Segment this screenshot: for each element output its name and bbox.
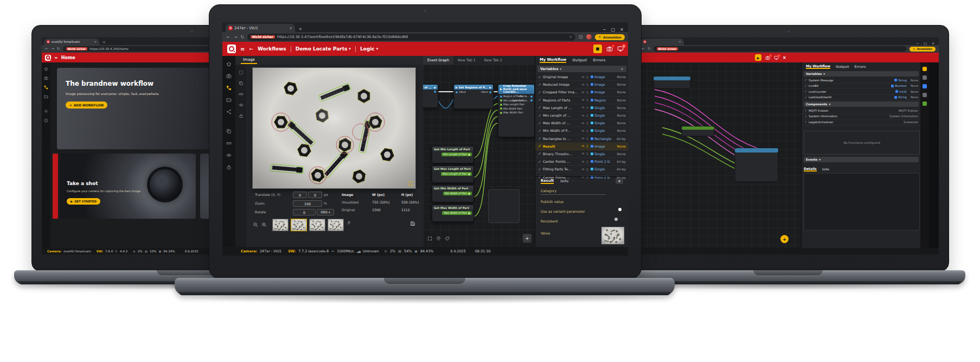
workflow-nodes-icon[interactable] <box>44 85 48 90</box>
variable-row[interactable]: Fitting Parts Te... Single Array <box>535 166 628 173</box>
variable-row-result[interactable]: Result Image None <box>535 143 628 150</box>
node-get-max-width[interactable]: Get Max Width of Part Max Width of Part <box>432 205 474 222</box>
tab-errors[interactable]: Errors <box>854 65 866 68</box>
tab-info[interactable]: Info <box>560 179 568 183</box>
variable-row[interactable]: Min Width of P... Single None <box>535 127 628 135</box>
back-arrow-icon[interactable]: ← <box>249 46 253 52</box>
reload-icon[interactable]: ↻ <box>648 47 651 51</box>
upload-icon[interactable] <box>586 129 589 132</box>
tab-errors[interactable]: Errors <box>593 58 605 62</box>
upload-icon[interactable] <box>586 122 589 125</box>
workflow-nodes-icon[interactable] <box>226 85 232 91</box>
share-icon[interactable] <box>226 109 232 115</box>
upload-icon[interactable] <box>586 91 589 94</box>
tab-image[interactable]: Image <box>241 56 257 64</box>
profile-avatar[interactable] <box>586 34 592 40</box>
eye-icon[interactable] <box>581 122 585 125</box>
get-started-button[interactable]: ▶ GET STARTED <box>67 198 100 205</box>
window-maximize-icon[interactable]: □ <box>611 27 616 32</box>
add-category-button[interactable]: + <box>616 178 623 184</box>
zoom-input[interactable]: 100 <box>293 200 322 207</box>
camera-image-view[interactable] <box>253 68 415 188</box>
variable-row[interactable]: LastUsedUserId String None <box>802 95 921 101</box>
eye-icon[interactable] <box>581 106 585 109</box>
eye-icon[interactable] <box>581 91 585 94</box>
save-icon[interactable] <box>410 221 415 226</box>
tab-my-workflow[interactable]: My Workflow <box>540 58 566 63</box>
new-tab-button[interactable]: + <box>298 26 303 31</box>
node-crop-parts[interactable]: ▶Crop Potential Parts and save Coordin..… <box>498 84 535 137</box>
security-badge[interactable]: Nicht sicher <box>251 35 275 39</box>
forward-icon[interactable]: → <box>51 47 54 51</box>
variable-row[interactable]: Center Points ... Point 2 D Array <box>535 158 628 166</box>
node-partial[interactable]: ...ns of Parts▶ <box>423 84 438 108</box>
upload-icon[interactable] <box>586 98 589 101</box>
pin-icon[interactable] <box>436 236 441 241</box>
camera-header-icon[interactable] <box>765 55 770 60</box>
variable-row[interactable]: LiveCounter Int32 None <box>802 89 921 95</box>
scroll-gutter[interactable] <box>929 62 939 248</box>
variable-row[interactable]: Regions of Parts Region None <box>535 97 628 104</box>
translate-y-input[interactable]: 0 <box>308 192 322 198</box>
eye-icon[interactable] <box>226 153 232 158</box>
image-thumbnail[interactable] <box>309 219 325 231</box>
add-workflow-button[interactable]: + ADD WORKFLOW <box>66 101 107 109</box>
variable-row[interactable]: Cropped Filter Ima... Image None <box>535 88 628 96</box>
tab-close-icon[interactable]: × <box>289 26 292 30</box>
monitor-header-icon[interactable]: 1 <box>617 46 624 52</box>
browser-tab[interactable]: 247er - VIU1 × <box>226 24 295 32</box>
upload-icon[interactable] <box>586 168 589 171</box>
back-icon[interactable]: ← <box>45 47 48 51</box>
reload-icon[interactable]: ↻ <box>57 47 60 51</box>
components-header[interactable]: Components ▾ <box>804 101 919 107</box>
ruler-icon[interactable] <box>239 92 244 97</box>
stop-live-button[interactable]: ■ <box>593 45 602 53</box>
variable-row[interactable]: Original Image Image None <box>535 73 628 81</box>
eye-icon[interactable] <box>581 129 585 132</box>
forward-icon[interactable]: → <box>234 35 238 40</box>
browser-tab[interactable]: evoVIU Smartcam × <box>44 39 99 45</box>
tab-close-icon[interactable]: × <box>678 40 681 43</box>
eye-icon[interactable] <box>581 144 585 148</box>
component-row[interactable]: LegatoScheduler Scheduler <box>802 119 921 125</box>
eye-icon[interactable] <box>581 83 585 86</box>
variable-row[interactable]: Binary Thresho... Single None <box>535 150 628 158</box>
tab-output[interactable]: Output <box>572 58 587 62</box>
zoom-in-icon[interactable] <box>261 222 267 227</box>
extensions-icon[interactable] <box>579 35 583 39</box>
variable-row[interactable]: Rectangles to ... Rectangle Array <box>535 135 628 143</box>
node-get-min-length[interactable]: Get Min Length of Part Min Length of Par… <box>432 146 474 163</box>
graph-note-box[interactable] <box>488 189 520 223</box>
menu-project[interactable]: Demo Locate Parts <box>296 46 348 52</box>
component-row[interactable]: MQTT Publish MQTT Publish <box>802 108 921 114</box>
variable-row[interactable]: Min Length of ... Single None <box>535 112 628 119</box>
tab-event-graph[interactable]: Event Graph <box>423 56 453 65</box>
window-close-icon[interactable]: × <box>932 41 934 45</box>
variable-row[interactable]: Max Length of ... Single None <box>535 104 628 112</box>
signin-pill[interactable]: Anmelden <box>909 47 936 52</box>
variables-header[interactable]: Variables ▾ <box>804 71 919 77</box>
flag-icon[interactable] <box>347 221 351 225</box>
close-workflow-icon[interactable]: × <box>783 55 786 60</box>
tab-output[interactable]: Output <box>836 65 849 68</box>
folder-icon[interactable] <box>44 94 48 99</box>
reload-icon[interactable]: ↻ <box>240 35 244 40</box>
logic-graph-canvas[interactable]: + <box>638 62 801 248</box>
select-region-icon[interactable] <box>239 70 244 75</box>
home-icon[interactable] <box>44 67 48 71</box>
upload-icon[interactable] <box>586 160 589 163</box>
graph-canvas[interactable]: ...ns of Parts▶ ▶Set Regions of Parts▶ V… <box>423 65 535 247</box>
eye-icon[interactable] <box>581 98 585 101</box>
eye-icon[interactable] <box>581 114 585 117</box>
events-header[interactable]: Events ▾ <box>804 157 919 162</box>
upload-icon[interactable] <box>586 152 589 155</box>
focus-target-icon[interactable] <box>408 181 413 186</box>
image-thumbnail-selected[interactable] <box>291 219 307 231</box>
zoom-out-icon[interactable] <box>253 222 258 227</box>
tab-new-1[interactable]: New Tab 1 <box>453 58 480 62</box>
rotate-input[interactable]: 0 <box>293 209 316 215</box>
home-icon[interactable] <box>226 61 232 67</box>
image-thumbnail[interactable] <box>272 219 289 231</box>
url-field[interactable]: Nicht sicher https://10.30.3.47/workflow… <box>247 34 575 41</box>
tool-yellow-icon[interactable] <box>923 67 927 71</box>
